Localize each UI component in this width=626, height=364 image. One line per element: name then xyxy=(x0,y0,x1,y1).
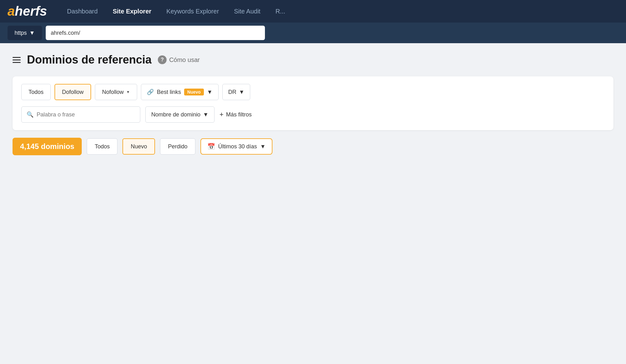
filter-card: Todos Dofollow Nofollow ▼ 🔗 Best links N… xyxy=(13,76,613,130)
logo[interactable]: a herfs xyxy=(8,5,47,18)
more-filters-label: Más filtros xyxy=(226,111,252,118)
protocol-arrow: ▼ xyxy=(29,30,35,36)
domain-filter-arrow: ▼ xyxy=(203,111,209,118)
nav-links: Dashboard Site Explorer Keywords Explore… xyxy=(59,0,293,23)
nav-site-audit[interactable]: Site Audit xyxy=(226,0,268,23)
tab-perdido-btn[interactable]: Perdido xyxy=(160,138,195,155)
dr-filter-btn[interactable]: DR ▼ xyxy=(222,84,251,100)
domains-count-badge: 4,145 dominios xyxy=(13,138,82,155)
dr-label: DR xyxy=(228,89,236,95)
main-content: Dominios de referencia ? Cómo usar Todos… xyxy=(0,43,626,165)
date-filter-btn[interactable]: 📅 Últimos 30 días ▼ xyxy=(200,138,273,155)
help-button[interactable]: ? Cómo usar xyxy=(158,55,200,64)
search-input[interactable] xyxy=(37,111,135,118)
hamburger-line-1 xyxy=(13,57,21,58)
best-links-label: Best links xyxy=(157,89,181,95)
nav-more[interactable]: R... xyxy=(268,0,293,23)
filter-todos-btn[interactable]: Todos xyxy=(21,84,51,100)
new-badge: Nuevo xyxy=(184,89,204,95)
tab-nuevo-btn[interactable]: Nuevo xyxy=(122,138,155,155)
help-circle-icon: ? xyxy=(158,55,167,64)
filter-row-1: Todos Dofollow Nofollow ▼ 🔗 Best links N… xyxy=(21,84,605,100)
page-title: Dominios de referencia xyxy=(27,53,152,66)
logo-a: a xyxy=(8,5,15,18)
date-arrow: ▼ xyxy=(260,143,266,150)
nofollow-arrow: ▼ xyxy=(126,90,130,94)
best-links-arrow: ▼ xyxy=(207,89,213,95)
domain-filter-label: Nombre de dominio xyxy=(151,111,200,118)
plus-icon: + xyxy=(220,110,224,119)
best-links-btn[interactable]: 🔗 Best links Nuevo ▼ xyxy=(141,84,219,100)
more-filters-btn[interactable]: + Más filtros xyxy=(220,110,252,119)
domain-filter-btn[interactable]: Nombre de dominio ▼ xyxy=(145,106,215,123)
top-navigation: a herfs Dashboard Site Explorer Keywords… xyxy=(0,0,626,23)
date-label: Últimos 30 días xyxy=(218,143,257,150)
filter-nofollow-btn[interactable]: Nofollow ▼ xyxy=(95,84,137,100)
menu-toggle[interactable] xyxy=(13,57,21,63)
protocol-select[interactable]: https ▼ xyxy=(8,26,42,40)
results-row: 4,145 dominios Todos Nuevo Perdido 📅 Últ… xyxy=(13,138,613,155)
calendar-icon: 📅 xyxy=(207,143,215,150)
filter-row-2: 🔍 Nombre de dominio ▼ + Más filtros xyxy=(21,106,605,123)
hamburger-line-2 xyxy=(13,59,21,60)
nav-site-explorer[interactable]: Site Explorer xyxy=(105,0,159,23)
page-header: Dominios de referencia ? Cómo usar xyxy=(13,53,613,66)
search-icon: 🔍 xyxy=(27,111,34,118)
help-label: Cómo usar xyxy=(169,56,200,64)
chain-link-icon: 🔗 xyxy=(147,89,154,95)
hamburger-line-3 xyxy=(13,62,21,63)
filter-dofollow-btn[interactable]: Dofollow xyxy=(54,84,91,100)
protocol-label: https xyxy=(15,30,27,36)
nofollow-label: Nofollow xyxy=(102,89,124,95)
search-filter-container[interactable]: 🔍 xyxy=(21,106,140,123)
logo-herfs: herfs xyxy=(15,5,47,18)
dr-arrow: ▼ xyxy=(239,89,245,95)
nav-dashboard[interactable]: Dashboard xyxy=(59,0,105,23)
url-bar: https ▼ xyxy=(0,23,626,43)
nav-keywords-explorer[interactable]: Keywords Explorer xyxy=(159,0,226,23)
url-input[interactable] xyxy=(46,26,265,40)
tab-todos-btn[interactable]: Todos xyxy=(87,138,117,155)
